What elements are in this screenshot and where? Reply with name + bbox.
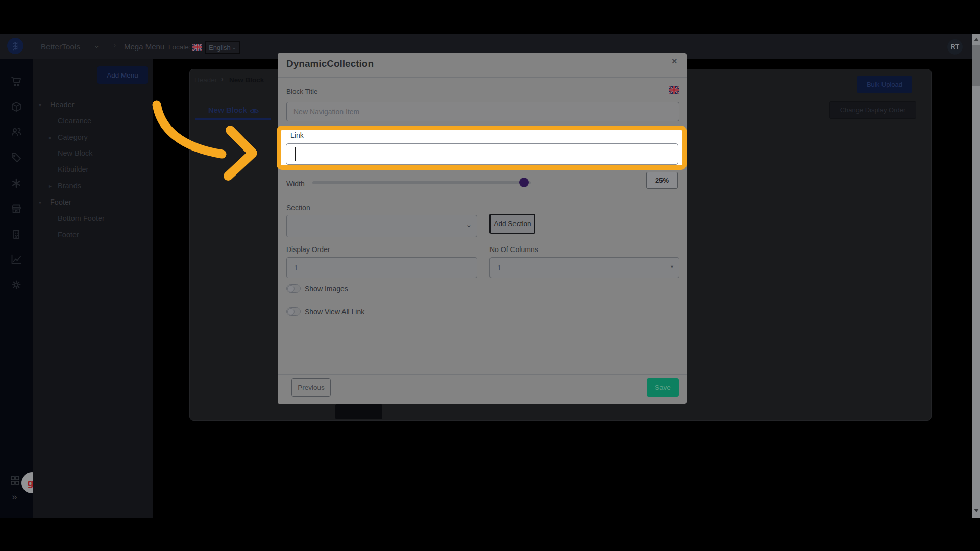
width-label: Width — [286, 180, 305, 188]
letterbox-bottom — [0, 518, 980, 551]
tree-item-bottom-footer[interactable]: Bottom Footer — [33, 214, 153, 225]
scrollbar-thumb[interactable] — [972, 45, 980, 86]
save-button[interactable]: Save — [647, 378, 679, 397]
add-section-button[interactable]: Add Section — [489, 214, 535, 234]
screenshot-stage: BetterTools ⌄ › Mega Menu Locale: Englis… — [0, 0, 980, 551]
width-slider-track[interactable] — [312, 181, 531, 184]
tree-item-kitbuilder[interactable]: Kitbuilder — [33, 165, 153, 176]
no-of-columns-select[interactable]: 1 — [489, 257, 679, 278]
uk-flag-icon — [192, 44, 202, 51]
locale-label: Locale: — [168, 43, 191, 51]
scrollbar-up-arrow[interactable] — [974, 38, 979, 41]
chevron-down-icon: ⌄ — [465, 220, 472, 229]
change-display-order-button[interactable]: Change Display Order — [829, 101, 916, 119]
breadcrumb-separator-icon: › — [221, 75, 224, 83]
letterbox-top — [0, 0, 980, 34]
tree-item-footer[interactable]: ▾ Footer — [33, 197, 153, 209]
obscured-page-button — [335, 404, 382, 419]
tree-item-footer-child[interactable]: Footer — [33, 230, 153, 241]
text-cursor — [295, 147, 296, 161]
bulk-upload-button[interactable]: Bulk Upload — [857, 76, 912, 93]
display-order-input[interactable] — [286, 257, 477, 278]
show-view-all-toggle[interactable] — [286, 307, 301, 316]
cart-icon[interactable] — [10, 75, 22, 87]
section-label: Section — [286, 204, 310, 212]
package-icon[interactable] — [10, 101, 22, 113]
chevron-down-icon: ⌄ — [232, 45, 236, 51]
asterisk-icon[interactable] — [10, 177, 22, 189]
modal-header-divider — [278, 77, 687, 78]
building-icon[interactable] — [10, 228, 22, 240]
gear-icon[interactable] — [10, 279, 22, 291]
tree-item-header[interactable]: ▾ Header — [33, 100, 153, 111]
show-images-toggle[interactable] — [286, 284, 301, 293]
locale-select-value: English — [209, 44, 231, 52]
link-input[interactable] — [286, 143, 678, 165]
show-images-label: Show Images — [305, 285, 348, 293]
caret-down-icon[interactable]: ▾ — [39, 102, 41, 108]
caret-down-icon[interactable]: ▾ — [39, 199, 41, 205]
eye-icon[interactable] — [249, 108, 259, 115]
chart-icon[interactable] — [10, 253, 22, 265]
caret-right-icon[interactable]: ▸ — [49, 135, 52, 140]
brand-name[interactable]: BetterTools — [41, 42, 80, 51]
scrollbar-track[interactable] — [972, 34, 980, 518]
breadcrumb-separator-icon: › — [113, 41, 116, 50]
toggle-knob — [287, 308, 295, 315]
caret-down-icon: ▼ — [670, 264, 674, 269]
users-icon[interactable] — [10, 126, 22, 138]
modal-footer-divider — [278, 374, 687, 375]
grid-apps-icon[interactable] — [11, 476, 19, 485]
page-title: Mega Menu — [124, 42, 164, 51]
user-avatar[interactable]: RT — [947, 39, 963, 55]
toggle-knob — [287, 285, 295, 292]
link-label: Link — [290, 131, 304, 139]
menu-tree-panel — [33, 59, 153, 518]
breadcrumb-parent[interactable]: Header — [194, 76, 217, 84]
section-select[interactable] — [286, 215, 477, 237]
modal-title: DynamicCollection — [286, 58, 374, 69]
app-logo[interactable] — [7, 38, 23, 54]
close-icon[interactable]: × — [672, 56, 677, 67]
scrollbar-down-arrow[interactable] — [974, 509, 979, 512]
tag-icon[interactable] — [10, 152, 22, 164]
display-order-label: Display Order — [286, 245, 330, 254]
tab-new-block[interactable]: New Block — [208, 106, 247, 114]
block-title-label: Block Title — [286, 88, 318, 95]
uk-flag-icon — [669, 86, 679, 94]
width-value-badge: 25% — [646, 172, 678, 189]
no-of-columns-label: No Of Columns — [489, 245, 538, 254]
show-view-all-label: Show View All Link — [305, 308, 364, 316]
width-slider-thumb[interactable] — [519, 178, 529, 187]
breadcrumb-current: New Block — [229, 76, 264, 84]
tree-item-new-block[interactable]: New Block — [33, 148, 153, 160]
zigzag-logo-icon — [10, 41, 20, 51]
locale-select[interactable]: English ⌄ — [205, 41, 240, 54]
caret-right-icon[interactable]: ▸ — [49, 183, 52, 189]
chevron-down-icon[interactable]: ⌄ — [94, 42, 100, 49]
block-title-input[interactable] — [286, 102, 679, 121]
tree-item-clearance[interactable]: Clearance — [33, 116, 153, 128]
store-icon[interactable] — [10, 203, 22, 215]
double-chevron-icon[interactable]: » — [12, 491, 16, 503]
tree-item-category[interactable]: ▸ Category — [33, 133, 153, 144]
add-menu-button[interactable]: Add Menu — [97, 66, 148, 84]
tree-item-brands[interactable]: ▸ Brands — [33, 181, 153, 192]
previous-button[interactable]: Previous — [291, 378, 331, 397]
